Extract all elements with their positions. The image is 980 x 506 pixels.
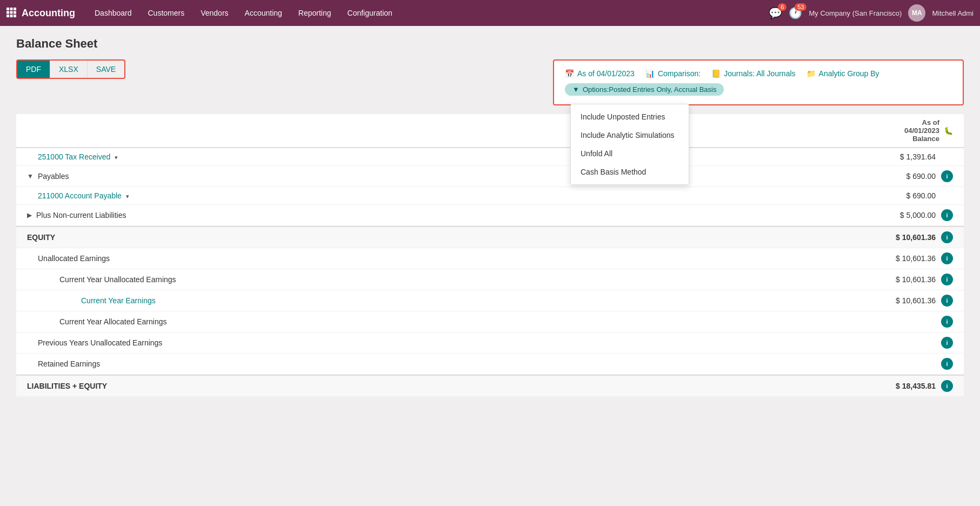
row-label-unallocated: Unallocated Earnings <box>38 254 838 263</box>
main-content: Balance Sheet PDF XLSX SAVE 📅 As of 04/0… <box>0 26 980 506</box>
balance-sheet-table: As of 04/01/2023 Balance 🐛 251000 Tax Re… <box>16 114 964 397</box>
table-row-equity: EQUITY $ 10,601.36 i <box>16 226 964 248</box>
svg-rect-2 <box>14 8 16 10</box>
save-button[interactable]: SAVE <box>88 61 124 78</box>
grid-icon[interactable] <box>6 8 16 19</box>
date-filter-label: As of 04/01/2023 <box>577 69 635 78</box>
topnav-right: 💬 6 🕐 53 My Company (San Francisco) MA M… <box>769 4 974 22</box>
filter-area: 📅 As of 04/01/2023 📊 Comparison: 📒 Journ… <box>553 59 964 105</box>
info-icon-liabilities-equity[interactable]: i <box>941 380 953 392</box>
filter-row-2: ▼ Options:Posted Entries Only, Accrual B… <box>565 83 952 96</box>
pdf-button[interactable]: PDF <box>17 61 50 78</box>
row-label-cy-earnings[interactable]: Current Year Earnings <box>81 296 838 305</box>
row-value-unallocated: $ 10,601.36 <box>838 254 936 263</box>
header-date-line2: 04/01/2023 <box>842 126 939 135</box>
svg-rect-6 <box>6 15 9 17</box>
nav-vendors[interactable]: Vendors <box>194 5 235 21</box>
row-dropdown-arrow-ap[interactable]: ▾ <box>126 193 129 199</box>
dropdown-item-analytic-sim[interactable]: Include Analytic Simulations <box>571 126 689 144</box>
dropdown-item-cash-basis[interactable]: Cash Basis Method <box>571 163 689 181</box>
row-value-cy-earnings: $ 10,601.36 <box>838 296 936 305</box>
table-row: 211000 Account Payable ▾ $ 690.00 <box>16 187 964 205</box>
row-label-cy-allocated: Current Year Allocated Earnings <box>59 317 838 326</box>
info-icon-unallocated[interactable]: i <box>941 252 953 264</box>
header-balance: Balance <box>842 135 939 143</box>
nav-reporting[interactable]: Reporting <box>292 5 338 21</box>
svg-rect-4 <box>10 11 13 14</box>
journals-filter[interactable]: 📒 Journals: All Journals <box>711 69 795 78</box>
table-row: Current Year Earnings $ 10,601.36 i <box>16 290 964 311</box>
analytic-filter[interactable]: 📁 Analytic Group By <box>806 69 879 78</box>
info-icon-equity[interactable]: i <box>941 231 953 243</box>
row-label-tax-received[interactable]: 251000 Tax Received ▾ <box>38 152 838 161</box>
svg-rect-8 <box>14 15 16 17</box>
filter-row-1: 📅 As of 04/01/2023 📊 Comparison: 📒 Journ… <box>565 69 952 78</box>
dropdown-item-unposted[interactable]: Include Unposted Entries <box>571 108 689 126</box>
svg-rect-0 <box>6 8 9 10</box>
table-row: Previous Years Unallocated Earnings i <box>16 332 964 354</box>
row-label-cy-unallocated: Current Year Unallocated Earnings <box>59 275 838 284</box>
messages-badge[interactable]: 💬 6 <box>769 6 782 19</box>
info-icon-cy-earnings[interactable]: i <box>941 295 953 307</box>
info-icon-cy-unallocated[interactable]: i <box>941 274 953 285</box>
xlsx-button[interactable]: XLSX <box>50 61 88 78</box>
header-date-line1: As of <box>842 118 939 126</box>
row-dropdown-arrow[interactable]: ▾ <box>115 154 118 161</box>
journals-label: Journals: All Journals <box>724 69 795 78</box>
row-label-non-current: Plus Non-current Liabilities <box>36 211 838 219</box>
options-filter[interactable]: ▼ Options:Posted Entries Only, Accrual B… <box>565 83 724 96</box>
activity-badge[interactable]: 🕐 53 <box>789 6 802 19</box>
expand-arrow-non-current[interactable]: ▶ <box>27 211 32 219</box>
table-row: Retained Earnings i <box>16 354 964 375</box>
options-label: Options:Posted Entries Only, Accrual Bas… <box>583 85 717 94</box>
calendar-icon: 📅 <box>565 69 574 78</box>
table-row-liabilities-equity: LIABILITIES + EQUITY $ 18,435.81 i <box>16 375 964 397</box>
folder-icon: 📁 <box>806 69 816 78</box>
page-title: Balance Sheet <box>16 37 964 51</box>
svg-rect-1 <box>10 8 13 10</box>
avatar[interactable]: MA <box>908 4 925 22</box>
bar-chart-icon: 📊 <box>645 69 655 78</box>
table-row: ▼ Payables $ 690.00 i <box>16 166 964 187</box>
table-row: ▶ Plus Non-current Liabilities $ 5,000.0… <box>16 205 964 226</box>
row-label-liabilities-equity: LIABILITIES + EQUITY <box>27 382 838 390</box>
row-value-payables: $ 690.00 <box>838 172 936 181</box>
row-label-payables: Payables <box>38 172 838 181</box>
action-bar: PDF XLSX SAVE <box>16 59 125 79</box>
table-row: Unallocated Earnings $ 10,601.36 i <box>16 248 964 269</box>
row-value-liabilities-equity: $ 18,435.81 <box>838 382 936 390</box>
dropdown-item-unfold-all[interactable]: Unfold All <box>571 144 689 163</box>
info-icon-non-current[interactable]: i <box>941 209 953 221</box>
row-value-account-payable: $ 690.00 <box>838 191 936 200</box>
nav-dashboard[interactable]: Dashboard <box>88 5 138 21</box>
date-filter[interactable]: 📅 As of 04/01/2023 <box>565 69 635 78</box>
nav-menu: Dashboard Customers Vendors Accounting R… <box>88 5 769 21</box>
info-icon-prev-years[interactable]: i <box>941 337 953 349</box>
info-icon-payables[interactable]: i <box>941 170 953 182</box>
svg-rect-5 <box>14 11 16 14</box>
nav-accounting[interactable]: Accounting <box>238 5 289 21</box>
row-value-non-current: $ 5,000.00 <box>838 211 936 219</box>
nav-customers[interactable]: Customers <box>142 5 191 21</box>
expand-arrow-payables[interactable]: ▼ <box>27 172 34 180</box>
row-label-retained: Retained Earnings <box>38 359 838 368</box>
activity-count: 53 <box>795 3 806 11</box>
row-label-account-payable[interactable]: 211000 Account Payable ▾ <box>38 191 838 200</box>
debug-icon[interactable]: 🐛 <box>944 126 953 135</box>
table-row: Current Year Unallocated Earnings $ 10,6… <box>16 269 964 290</box>
messages-count: 6 <box>778 3 786 11</box>
table-row: Current Year Allocated Earnings i <box>16 311 964 332</box>
svg-rect-3 <box>6 11 9 14</box>
info-icon-cy-allocated[interactable]: i <box>941 316 953 328</box>
nav-configuration[interactable]: Configuration <box>341 5 399 21</box>
row-value-cy-unallocated: $ 10,601.36 <box>838 275 936 284</box>
comparison-filter[interactable]: 📊 Comparison: <box>645 69 701 78</box>
top-navigation: Accounting Dashboard Customers Vendors A… <box>0 0 980 26</box>
filter-icon: ▼ <box>572 85 579 94</box>
table-header-balance: As of 04/01/2023 Balance <box>842 118 939 143</box>
username: Mitchell Admi <box>932 9 974 17</box>
info-icon-retained[interactable]: i <box>941 358 953 370</box>
row-label-equity: EQUITY <box>27 233 838 242</box>
svg-rect-7 <box>10 15 13 17</box>
table-row: 251000 Tax Received ▾ $ 1,391.64 <box>16 148 964 166</box>
